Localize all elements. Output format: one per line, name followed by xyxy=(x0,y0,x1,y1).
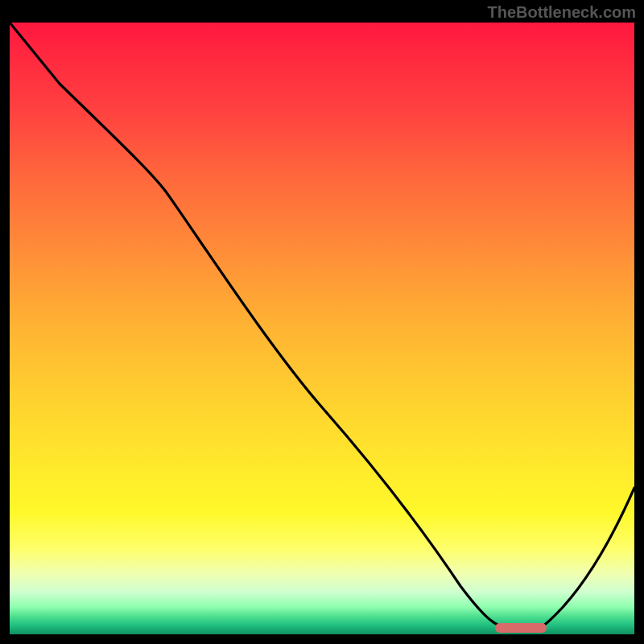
optimal-marker xyxy=(495,623,547,633)
bottleneck-curve xyxy=(10,23,634,628)
curve-svg xyxy=(10,23,634,634)
plot-area xyxy=(10,23,634,634)
watermark-text: TheBottleneck.com xyxy=(488,3,636,22)
